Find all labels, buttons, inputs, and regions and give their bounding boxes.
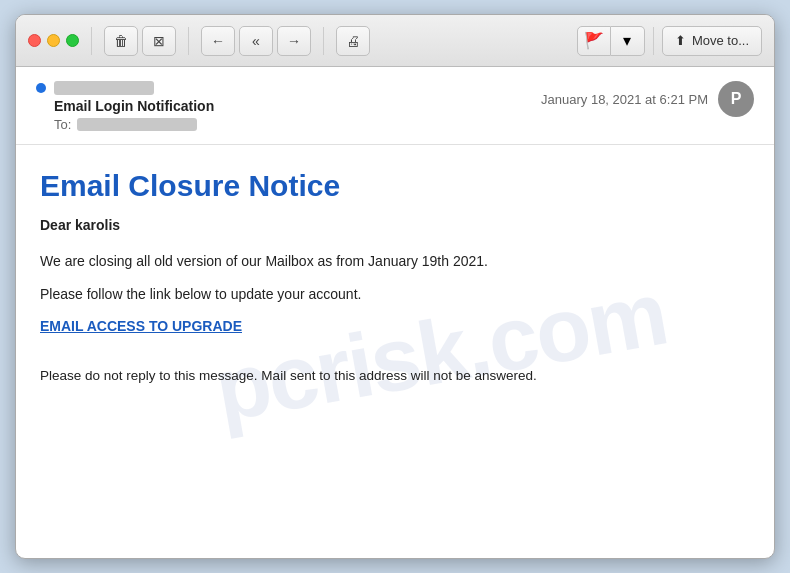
sender-name: [54, 81, 154, 95]
email-title: Email Closure Notice: [40, 169, 750, 203]
email-date: January 18, 2021 at 6:21 PM: [541, 92, 708, 107]
sender-info: Email Login Notification To:: [36, 81, 214, 132]
email-body: Email Closure Notice Dear karolis We are…: [16, 145, 774, 406]
paragraph2: Please follow the link below to update y…: [40, 284, 750, 305]
flag-icon: 🚩: [584, 31, 604, 50]
archive-icon: ⊠: [153, 33, 165, 49]
maximize-button[interactable]: [66, 34, 79, 47]
upgrade-link[interactable]: EMAIL ACCESS TO UPGRADE: [40, 318, 242, 334]
paragraph1: We are closing all old version of our Ma…: [40, 251, 750, 272]
nav-group: ← « →: [201, 26, 311, 56]
email-to-row: To:: [54, 117, 214, 132]
divider4: [653, 27, 654, 55]
export-icon: ⬆: [675, 33, 686, 48]
footer-text: Please do not reply to this message. Mai…: [40, 366, 750, 386]
unread-indicator: [36, 83, 46, 93]
date-avatar: January 18, 2021 at 6:21 PM P: [541, 81, 754, 117]
chevron-down-icon: ▾: [623, 31, 631, 50]
back-all-button[interactable]: «: [239, 26, 273, 56]
delete-button[interactable]: 🗑: [104, 26, 138, 56]
flag-button[interactable]: 🚩: [577, 26, 611, 56]
print-button[interactable]: 🖨: [336, 26, 370, 56]
email-header-top: Email Login Notification To: January 18,…: [36, 81, 754, 132]
greeting: Dear karolis: [40, 217, 750, 233]
avatar-letter: P: [731, 90, 742, 108]
back-button[interactable]: ←: [201, 26, 235, 56]
divider1: [91, 27, 92, 55]
email-header: Email Login Notification To: January 18,…: [16, 67, 774, 145]
to-label: To:: [54, 117, 71, 132]
flag-group: 🚩 ▾: [577, 26, 645, 56]
back-all-icon: «: [252, 33, 260, 49]
archive-button[interactable]: ⊠: [142, 26, 176, 56]
to-address: [77, 118, 197, 131]
flag-dropdown-button[interactable]: ▾: [611, 26, 645, 56]
traffic-lights: [28, 34, 79, 47]
email-window: 🗑 ⊠ ← « → 🖨 🚩: [15, 14, 775, 559]
toolbar-right: 🚩 ▾ ⬆ Move to...: [577, 26, 762, 56]
delete-archive-group: 🗑 ⊠: [104, 26, 176, 56]
move-to-label: Move to...: [692, 33, 749, 48]
toolbar: 🗑 ⊠ ← « → 🖨 🚩: [16, 15, 774, 67]
forward-icon: →: [287, 33, 301, 49]
divider3: [323, 27, 324, 55]
minimize-button[interactable]: [47, 34, 60, 47]
close-button[interactable]: [28, 34, 41, 47]
print-icon: 🖨: [346, 33, 360, 49]
back-icon: ←: [211, 33, 225, 49]
forward-button[interactable]: →: [277, 26, 311, 56]
email-body-wrapper: pcrisk.com Email Closure Notice Dear kar…: [16, 145, 774, 558]
avatar: P: [718, 81, 754, 117]
trash-icon: 🗑: [114, 33, 128, 49]
move-to-button[interactable]: ⬆ Move to...: [662, 26, 762, 56]
email-subject: Email Login Notification: [54, 98, 214, 114]
sender-row: [36, 81, 214, 95]
divider2: [188, 27, 189, 55]
